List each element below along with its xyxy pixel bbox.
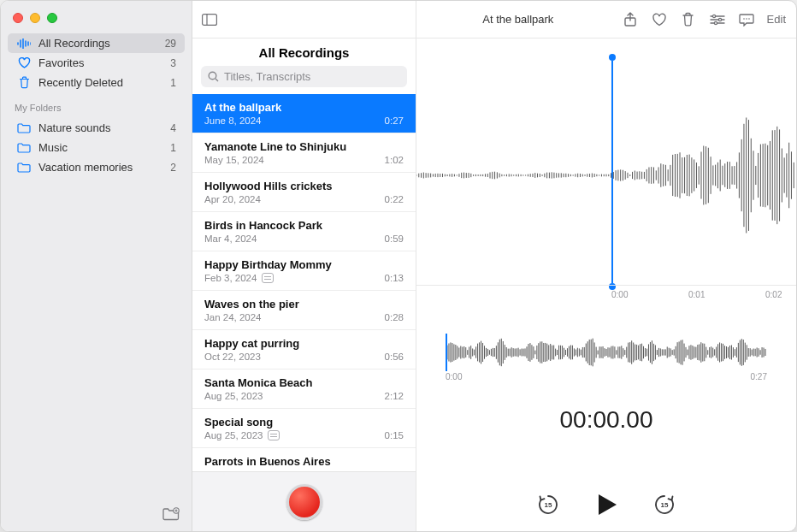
timeline-tick: 0:01: [688, 290, 705, 299]
waveform-overview[interactable]: [446, 336, 767, 369]
svg-point-18: [743, 18, 745, 20]
svg-line-10: [215, 79, 218, 81]
recording-item-duration: 0:27: [385, 115, 404, 126]
search-field[interactable]: [201, 66, 407, 87]
sidebar-folder-vacation-memories[interactable]: Vacation memories2: [8, 157, 185, 177]
svg-point-19: [746, 18, 747, 20]
minimize-window-button[interactable]: [30, 13, 40, 23]
recording-item-title: Birds in Hancock Park: [204, 219, 404, 232]
toggle-sidebar-button[interactable]: [201, 11, 218, 28]
trim-start-handle-top[interactable]: [609, 54, 616, 61]
edit-button[interactable]: Edit: [767, 11, 786, 28]
svg-point-20: [748, 18, 750, 20]
sidebar-item-label: Recently Deleted: [38, 76, 123, 89]
recording-title: At the ballpark: [427, 13, 610, 26]
recording-item-title: Special song: [204, 416, 404, 429]
waveform-section: 0:00 0:01 0:02 0:00 0:27 00:00.00 15: [416, 38, 796, 531]
recording-item-date: June 8, 2024: [204, 115, 262, 126]
svg-point-9: [209, 72, 216, 80]
waveform-main[interactable]: [416, 90, 796, 261]
sidebar-item-label: Nature sounds: [38, 121, 111, 134]
recording-item-duration: 0:13: [385, 273, 404, 283]
svg-point-15: [712, 15, 715, 17]
delete-button[interactable]: [680, 11, 697, 28]
recording-item-duration: 0:59: [385, 233, 404, 244]
search-icon: [208, 71, 219, 82]
recording-item[interactable]: Hollywood Hills cricketsApr 20, 20240:22: [192, 173, 416, 212]
overview-start-label: 0:00: [446, 372, 462, 381]
sidebar-item-favorites[interactable]: Favorites3: [8, 53, 185, 73]
recording-item-date: Jan 24, 2024: [204, 312, 262, 322]
window-controls: [1, 1, 192, 32]
timeline-tick: 0:00: [611, 290, 628, 299]
waveform-timeline: 0:00 0:01 0:02: [416, 285, 796, 286]
folder-icon: [16, 143, 32, 153]
close-window-button[interactable]: [13, 13, 23, 23]
sidebar-item-recently-deleted[interactable]: Recently Deleted1: [8, 73, 185, 92]
record-button[interactable]: [286, 484, 322, 520]
recording-item-date: Apr 20, 2024: [204, 194, 261, 204]
favorite-button[interactable]: [651, 11, 668, 28]
recording-item-date: Oct 22, 2023: [204, 352, 261, 362]
folder-icon: [16, 163, 32, 173]
recordings-column: All Recordings At the ballparkJune 8, 20…: [192, 1, 416, 531]
recording-item-date: Mar 4, 2024: [204, 233, 257, 244]
recording-item-duration: 2:12: [385, 391, 404, 401]
svg-point-16: [718, 18, 721, 21]
overview-playhead[interactable]: [446, 334, 447, 371]
recordings-list-title: All Recordings: [192, 38, 416, 62]
waveform-icon: [16, 38, 32, 49]
timeline-tick: 0:02: [765, 290, 782, 299]
recording-item-title: Santa Monica Beach: [204, 376, 404, 389]
new-folder-button[interactable]: [162, 505, 180, 523]
recording-item-title: At the ballpark: [204, 101, 404, 114]
recording-item[interactable]: Waves on the pierJan 24, 20240:28: [192, 291, 416, 330]
options-button[interactable]: [709, 11, 726, 28]
transcript-button[interactable]: [738, 11, 755, 28]
recording-item[interactable]: Happy cat purringOct 22, 20230:56: [192, 330, 416, 369]
recording-item-date: Feb 3, 2024: [204, 273, 257, 283]
overview-end-label: 0:27: [751, 372, 767, 381]
recording-item-date: May 15, 2024: [204, 155, 264, 165]
recording-item[interactable]: Happy Birthday MommyFeb 3, 20240:13: [192, 251, 416, 291]
sidebar-item-all-recordings[interactable]: All Recordings29: [8, 33, 185, 53]
recording-item-title: Happy cat purring: [204, 337, 404, 350]
recording-item[interactable]: Yamanote Line to ShinjukuMay 15, 20241:0…: [192, 133, 416, 173]
recording-item-duration: 0:15: [385, 430, 404, 440]
recording-item[interactable]: At the ballparkJune 8, 20240:27: [192, 94, 416, 133]
skip-back-button[interactable]: 15: [537, 494, 559, 516]
play-button[interactable]: [593, 496, 619, 513]
sidebar-smart-list: All Recordings29Favorites3Recently Delet…: [1, 32, 192, 94]
fullscreen-window-button[interactable]: [47, 13, 57, 23]
svg-point-17: [714, 21, 717, 24]
recording-item[interactable]: Special songAug 25, 20230:15: [192, 409, 416, 448]
recording-item-title: Waves on the pier: [204, 298, 404, 310]
recordings-list: At the ballparkJune 8, 20240:27Yamanote …: [192, 94, 416, 471]
recording-item-title: Hollywood Hills crickets: [204, 180, 404, 192]
recording-item[interactable]: Parrots in Buenos Aires: [192, 448, 416, 471]
skip-forward-button[interactable]: 15: [653, 494, 676, 516]
recording-item-duration: 0:28: [385, 312, 404, 322]
recording-item-title: Yamanote Line to Shinjuku: [204, 140, 404, 153]
playback-controls: 15 15: [416, 494, 796, 516]
recording-item-date: Aug 25, 2023: [204, 391, 263, 401]
sidebar-folder-music[interactable]: Music1: [8, 138, 185, 157]
sidebar-item-count: 29: [165, 38, 176, 50]
sidebar-item-count: 3: [170, 57, 176, 69]
sidebar-folder-list: Nature sounds4Music1Vacation memories2: [1, 116, 192, 179]
record-bar: [192, 471, 416, 531]
sidebar-folders-header: My Folders: [1, 94, 192, 116]
transcript-icon: [262, 273, 274, 283]
recording-item[interactable]: Birds in Hancock ParkMar 4, 20240:59: [192, 212, 416, 251]
sidebar-item-count: 1: [170, 77, 176, 89]
recording-item[interactable]: Santa Monica BeachAug 25, 20232:12: [192, 369, 416, 409]
folder-icon: [16, 123, 32, 133]
search-input[interactable]: [224, 70, 400, 83]
recording-item-duration: 0:56: [385, 352, 404, 362]
recording-item-date: Aug 25, 2023: [204, 430, 263, 440]
sidebar-folder-nature-sounds[interactable]: Nature sounds4: [8, 118, 185, 138]
sidebar-item-label: Favorites: [38, 56, 84, 69]
recording-item-title: Parrots in Buenos Aires: [204, 455, 404, 468]
share-button[interactable]: [622, 11, 639, 28]
sidebar-item-count: 2: [170, 162, 176, 174]
